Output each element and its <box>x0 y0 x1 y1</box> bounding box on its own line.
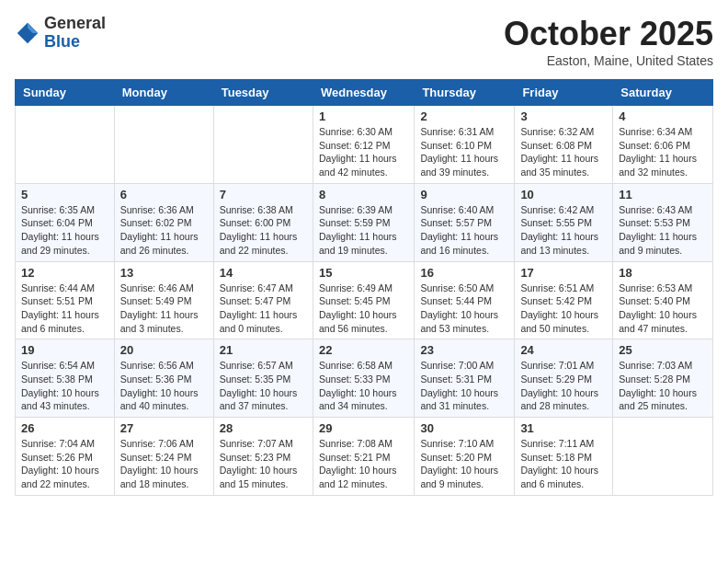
day-info: Sunrise: 7:08 AM Sunset: 5:21 PM Dayligh… <box>319 437 408 491</box>
day-info: Sunrise: 6:44 AM Sunset: 5:51 PM Dayligh… <box>21 282 108 336</box>
day-number: 8 <box>319 188 408 201</box>
day-number: 23 <box>420 343 508 357</box>
day-info: Sunrise: 6:49 AM Sunset: 5:45 PM Dayligh… <box>319 282 408 336</box>
day-number: 18 <box>619 266 707 280</box>
day-info: Sunrise: 6:58 AM Sunset: 5:33 PM Dayligh… <box>319 359 408 413</box>
calendar-cell: 20Sunrise: 6:56 AM Sunset: 5:36 PM Dayli… <box>114 339 213 418</box>
calendar-cell <box>114 106 213 184</box>
calendar-cell: 27Sunrise: 7:06 AM Sunset: 5:24 PM Dayli… <box>114 418 213 496</box>
month-title: October 2025 <box>504 15 713 53</box>
day-number: 26 <box>21 421 108 435</box>
calendar-cell: 11Sunrise: 6:43 AM Sunset: 5:53 PM Dayli… <box>613 183 713 261</box>
calendar-cell: 23Sunrise: 7:00 AM Sunset: 5:31 PM Dayli… <box>415 339 515 418</box>
day-info: Sunrise: 6:56 AM Sunset: 5:36 PM Dayligh… <box>120 359 208 413</box>
calendar-cell: 28Sunrise: 7:07 AM Sunset: 5:23 PM Dayli… <box>213 418 313 496</box>
title-area: October 2025 Easton, Maine, United State… <box>504 15 713 68</box>
calendar-cell: 10Sunrise: 6:42 AM Sunset: 5:55 PM Dayli… <box>515 183 613 261</box>
calendar-cell: 3Sunrise: 6:32 AM Sunset: 6:08 PM Daylig… <box>515 106 613 184</box>
logo-blue: Blue <box>44 33 106 52</box>
day-info: Sunrise: 7:07 AM Sunset: 5:23 PM Dayligh… <box>220 437 307 491</box>
day-number: 22 <box>319 343 408 357</box>
day-info: Sunrise: 6:34 AM Sunset: 6:06 PM Dayligh… <box>619 125 707 179</box>
day-info: Sunrise: 6:53 AM Sunset: 5:40 PM Dayligh… <box>619 282 707 336</box>
weekday-header: Friday <box>515 80 613 106</box>
day-number: 30 <box>420 421 508 435</box>
day-number: 19 <box>21 343 108 357</box>
calendar-cell: 16Sunrise: 6:50 AM Sunset: 5:44 PM Dayli… <box>415 261 515 339</box>
day-number: 11 <box>619 188 707 201</box>
day-number: 16 <box>420 266 508 280</box>
logo-text: General Blue <box>44 15 106 52</box>
day-number: 21 <box>220 343 307 357</box>
calendar-cell: 8Sunrise: 6:39 AM Sunset: 5:59 PM Daylig… <box>313 183 414 261</box>
logo: General Blue <box>15 15 106 52</box>
day-info: Sunrise: 6:57 AM Sunset: 5:35 PM Dayligh… <box>220 359 307 413</box>
calendar-cell: 9Sunrise: 6:40 AM Sunset: 5:57 PM Daylig… <box>415 183 515 261</box>
day-number: 1 <box>319 109 408 123</box>
day-number: 29 <box>319 421 408 435</box>
day-info: Sunrise: 6:32 AM Sunset: 6:08 PM Dayligh… <box>520 125 607 179</box>
day-number: 15 <box>319 266 408 280</box>
day-info: Sunrise: 6:38 AM Sunset: 6:00 PM Dayligh… <box>220 203 307 258</box>
calendar-cell: 21Sunrise: 6:57 AM Sunset: 5:35 PM Dayli… <box>213 339 313 418</box>
day-number: 25 <box>619 343 707 357</box>
weekday-header-row: SundayMondayTuesdayWednesdayThursdayFrid… <box>16 80 713 106</box>
day-info: Sunrise: 6:47 AM Sunset: 5:47 PM Dayligh… <box>220 282 307 336</box>
day-info: Sunrise: 7:01 AM Sunset: 5:29 PM Dayligh… <box>520 359 607 413</box>
day-number: 6 <box>120 188 208 201</box>
weekday-header: Saturday <box>613 80 713 106</box>
calendar-body: 1Sunrise: 6:30 AM Sunset: 6:12 PM Daylig… <box>16 106 713 496</box>
day-info: Sunrise: 7:00 AM Sunset: 5:31 PM Dayligh… <box>420 359 508 413</box>
day-number: 28 <box>220 421 307 435</box>
calendar-cell <box>613 418 713 496</box>
day-info: Sunrise: 7:03 AM Sunset: 5:28 PM Dayligh… <box>619 359 707 413</box>
calendar-cell: 5Sunrise: 6:35 AM Sunset: 6:04 PM Daylig… <box>16 183 115 261</box>
day-number: 12 <box>21 266 108 280</box>
calendar-cell: 7Sunrise: 6:38 AM Sunset: 6:00 PM Daylig… <box>213 183 313 261</box>
day-number: 9 <box>420 188 508 201</box>
calendar-cell <box>213 106 313 184</box>
day-number: 10 <box>520 188 607 201</box>
calendar-cell: 24Sunrise: 7:01 AM Sunset: 5:29 PM Dayli… <box>515 339 613 418</box>
calendar-cell: 22Sunrise: 6:58 AM Sunset: 5:33 PM Dayli… <box>313 339 414 418</box>
calendar-cell: 1Sunrise: 6:30 AM Sunset: 6:12 PM Daylig… <box>313 106 414 184</box>
calendar-cell: 30Sunrise: 7:10 AM Sunset: 5:20 PM Dayli… <box>415 418 515 496</box>
day-info: Sunrise: 6:30 AM Sunset: 6:12 PM Dayligh… <box>319 125 408 179</box>
weekday-header: Monday <box>114 80 213 106</box>
weekday-header: Thursday <box>415 80 515 106</box>
day-number: 4 <box>619 109 707 123</box>
day-info: Sunrise: 7:04 AM Sunset: 5:26 PM Dayligh… <box>21 437 108 491</box>
weekday-header: Sunday <box>16 80 115 106</box>
day-number: 13 <box>120 266 208 280</box>
calendar-cell: 15Sunrise: 6:49 AM Sunset: 5:45 PM Dayli… <box>313 261 414 339</box>
day-info: Sunrise: 6:35 AM Sunset: 6:04 PM Dayligh… <box>21 203 108 258</box>
day-info: Sunrise: 6:50 AM Sunset: 5:44 PM Dayligh… <box>420 282 508 336</box>
calendar-cell: 14Sunrise: 6:47 AM Sunset: 5:47 PM Dayli… <box>213 261 313 339</box>
calendar-week-row: 5Sunrise: 6:35 AM Sunset: 6:04 PM Daylig… <box>16 183 713 261</box>
weekday-header: Wednesday <box>313 80 414 106</box>
calendar-cell: 4Sunrise: 6:34 AM Sunset: 6:06 PM Daylig… <box>613 106 713 184</box>
day-number: 31 <box>520 421 607 435</box>
day-number: 7 <box>220 188 307 201</box>
calendar-cell: 29Sunrise: 7:08 AM Sunset: 5:21 PM Dayli… <box>313 418 414 496</box>
calendar-cell: 13Sunrise: 6:46 AM Sunset: 5:49 PM Dayli… <box>114 261 213 339</box>
calendar-cell <box>16 106 115 184</box>
day-info: Sunrise: 6:39 AM Sunset: 5:59 PM Dayligh… <box>319 203 408 258</box>
logo-general: General <box>44 15 106 33</box>
calendar-cell: 31Sunrise: 7:11 AM Sunset: 5:18 PM Dayli… <box>515 418 613 496</box>
day-info: Sunrise: 6:36 AM Sunset: 6:02 PM Dayligh… <box>120 203 208 258</box>
day-number: 24 <box>520 343 607 357</box>
calendar-week-row: 19Sunrise: 6:54 AM Sunset: 5:38 PM Dayli… <box>16 339 713 418</box>
calendar-cell: 26Sunrise: 7:04 AM Sunset: 5:26 PM Dayli… <box>16 418 115 496</box>
calendar-cell: 2Sunrise: 6:31 AM Sunset: 6:10 PM Daylig… <box>415 106 515 184</box>
day-number: 14 <box>220 266 307 280</box>
calendar-cell: 25Sunrise: 7:03 AM Sunset: 5:28 PM Dayli… <box>613 339 713 418</box>
day-number: 5 <box>21 188 108 201</box>
day-number: 27 <box>120 421 208 435</box>
day-info: Sunrise: 6:46 AM Sunset: 5:49 PM Dayligh… <box>120 282 208 336</box>
day-info: Sunrise: 6:31 AM Sunset: 6:10 PM Dayligh… <box>420 125 508 179</box>
day-info: Sunrise: 6:43 AM Sunset: 5:53 PM Dayligh… <box>619 203 707 258</box>
calendar-week-row: 1Sunrise: 6:30 AM Sunset: 6:12 PM Daylig… <box>16 106 713 184</box>
calendar-cell: 18Sunrise: 6:53 AM Sunset: 5:40 PM Dayli… <box>613 261 713 339</box>
day-info: Sunrise: 7:06 AM Sunset: 5:24 PM Dayligh… <box>120 437 208 491</box>
